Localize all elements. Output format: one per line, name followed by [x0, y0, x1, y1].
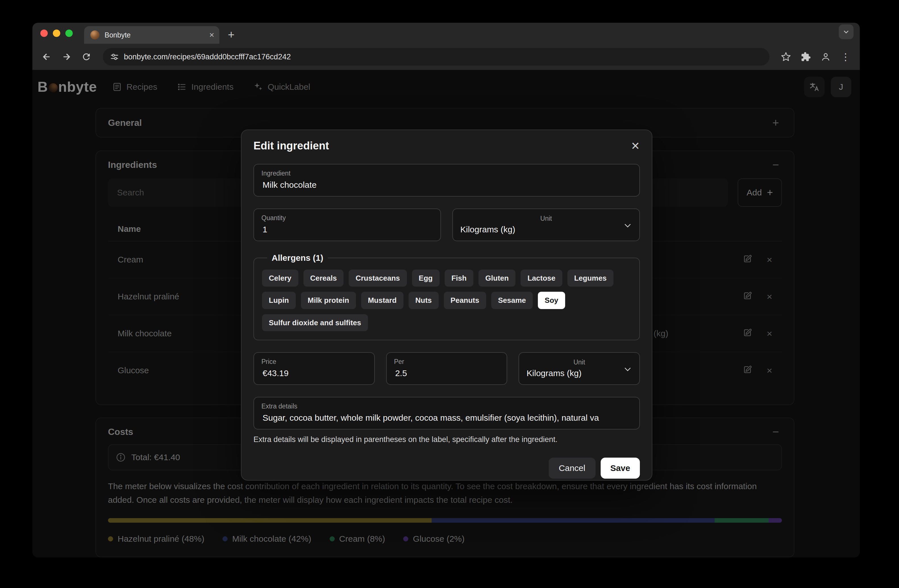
dialog-close-icon[interactable]: ✕ — [631, 140, 640, 151]
extra-details-field[interactable]: Extra details — [253, 397, 640, 429]
per-field[interactable]: Per — [386, 352, 507, 385]
cancel-button[interactable]: Cancel — [549, 458, 596, 478]
allergen-chip-crustaceans[interactable]: Crustaceans — [349, 270, 406, 287]
per-field-label: Per — [394, 358, 499, 366]
tab-close-icon[interactable]: × — [209, 31, 214, 39]
allergen-chip-peanuts[interactable]: Peanuts — [444, 292, 486, 309]
allergen-chip-soy[interactable]: Soy — [538, 292, 565, 309]
allergen-chips: Celery Cereals Crustaceans Egg Fish Glut… — [262, 270, 631, 331]
quantity-field-label: Quantity — [261, 214, 433, 222]
allergen-chip-celery[interactable]: Celery — [262, 270, 298, 287]
chevron-down-icon — [842, 28, 850, 35]
allergen-chip-egg[interactable]: Egg — [412, 270, 440, 287]
ingredient-field-label: Ingredient — [261, 170, 632, 177]
url-text: bonbyte.com/recipes/69addd0bccfff7ac176c… — [124, 52, 291, 61]
allergen-chip-mustard[interactable]: Mustard — [361, 292, 403, 309]
site-favicon-icon — [90, 30, 99, 40]
allergens-fieldset: Allergens (1) Celery Cereals Crustaceans… — [253, 253, 640, 340]
extensions-button[interactable] — [798, 49, 814, 65]
person-icon — [820, 52, 831, 62]
allergen-chip-sulfur-dioxide[interactable]: Sulfur dioxide and sulfites — [262, 314, 368, 331]
tab-search-chevron-button[interactable] — [839, 25, 854, 39]
window-close-button[interactable] — [40, 29, 48, 37]
price-input[interactable] — [261, 368, 369, 379]
allergen-chip-milk-protein[interactable]: Milk protein — [301, 292, 356, 309]
chevron-down-icon — [623, 221, 632, 230]
allergen-chip-fish[interactable]: Fish — [445, 270, 473, 287]
allergens-legend: Allergens (1) — [267, 253, 328, 263]
dialog-title: Edit ingredient — [253, 140, 329, 152]
price-field[interactable]: Price — [253, 352, 375, 385]
price-unit-select[interactable]: Unit Kilograms (kg) — [519, 352, 640, 385]
desktop-background: Bonbyte × + bonbyte.com/recipes/69addd0b — [0, 0, 899, 588]
unit-select-label: Unit — [460, 215, 632, 222]
allergen-chip-gluten[interactable]: Gluten — [479, 270, 516, 287]
window-zoom-button[interactable] — [65, 29, 73, 37]
extra-details-help: Extra details will be displayed in paren… — [253, 435, 640, 444]
new-tab-button[interactable]: + — [228, 29, 235, 40]
back-button[interactable] — [39, 49, 54, 65]
price-unit-select-label: Unit — [527, 358, 632, 366]
window-controls — [40, 29, 73, 37]
unit-select[interactable]: Unit Kilograms (kg) — [453, 208, 640, 241]
browser-menu-button[interactable]: ⋮ — [838, 49, 854, 65]
edit-ingredient-dialog: Edit ingredient ✕ Ingredient Quantity Un… — [241, 130, 652, 481]
address-bar[interactable]: bonbyte.com/recipes/69addd0bccfff7ac176c… — [103, 48, 769, 66]
quantity-input[interactable] — [261, 224, 435, 235]
puzzle-icon — [801, 52, 811, 62]
ingredient-field[interactable]: Ingredient — [253, 164, 640, 197]
price-field-label: Price — [261, 358, 367, 366]
forward-button[interactable] — [59, 49, 74, 65]
page-content: Bnbyte Recipes Ingredients QuickLabel — [32, 70, 860, 557]
save-button[interactable]: Save — [601, 458, 640, 478]
allergen-chip-sesame[interactable]: Sesame — [491, 292, 533, 309]
extra-details-label: Extra details — [261, 403, 632, 410]
allergen-chip-cereals[interactable]: Cereals — [303, 270, 344, 287]
site-info-icon[interactable] — [110, 52, 119, 61]
browser-profile-button[interactable] — [818, 49, 834, 65]
allergen-chip-nuts[interactable]: Nuts — [409, 292, 439, 309]
browser-window: Bonbyte × + bonbyte.com/recipes/69addd0b — [32, 23, 860, 557]
browser-toolbar: bonbyte.com/recipes/69addd0bccfff7ac176c… — [32, 44, 860, 70]
unit-select-value: Kilograms (kg) — [460, 225, 632, 235]
star-icon — [781, 52, 791, 62]
tab-strip: Bonbyte × + — [32, 23, 860, 44]
reload-button[interactable] — [79, 49, 94, 65]
forward-arrow-icon — [61, 52, 72, 62]
tab-title: Bonbyte — [105, 31, 204, 39]
chevron-down-icon — [623, 365, 632, 373]
dialog-actions: Cancel Save — [253, 458, 640, 478]
extra-details-input[interactable] — [261, 412, 634, 423]
bookmark-button[interactable] — [778, 49, 794, 65]
allergen-chip-lactose[interactable]: Lactose — [521, 270, 562, 287]
back-arrow-icon — [42, 52, 52, 62]
price-unit-select-value: Kilograms (kg) — [527, 369, 632, 378]
ingredient-input[interactable] — [261, 179, 634, 190]
per-input[interactable] — [394, 368, 502, 379]
window-minimize-button[interactable] — [53, 29, 60, 37]
reload-icon — [81, 52, 91, 62]
allergen-chip-legumes[interactable]: Legumes — [567, 270, 613, 287]
browser-tab[interactable]: Bonbyte × — [84, 26, 219, 44]
quantity-field[interactable]: Quantity — [253, 208, 441, 241]
allergen-chip-lupin[interactable]: Lupin — [262, 292, 296, 309]
